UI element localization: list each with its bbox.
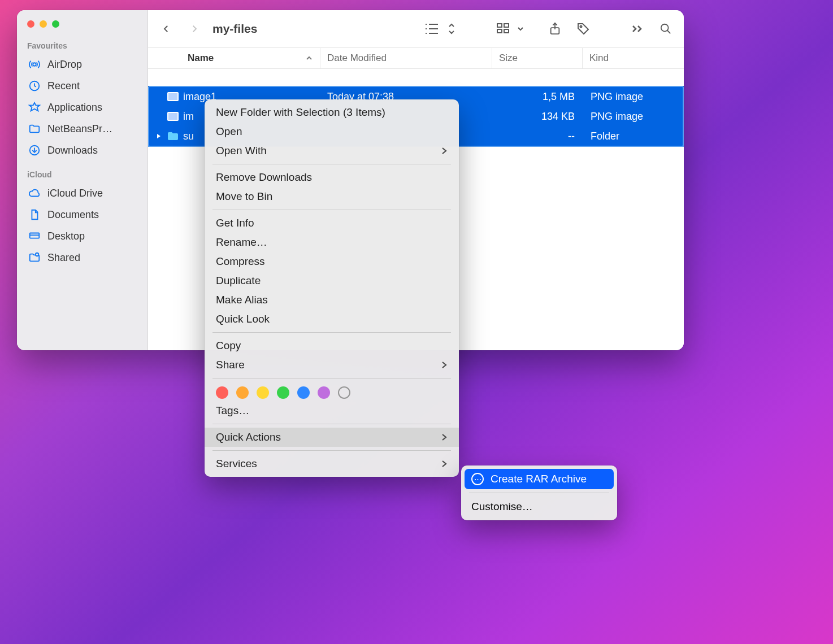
view-mode-control[interactable] bbox=[424, 21, 455, 36]
chevron-right-icon bbox=[441, 433, 448, 442]
context-menu-label: Rename… bbox=[216, 236, 267, 249]
submenu-item-label: Customise… bbox=[471, 501, 533, 513]
window-title: my-files bbox=[212, 22, 257, 36]
context-menu-item[interactable]: New Folder with Selection (3 Items) bbox=[205, 103, 459, 122]
sidebar-item-label: iCloud Drive bbox=[47, 188, 103, 199]
svg-rect-7 bbox=[497, 29, 502, 33]
tag-color-dot[interactable] bbox=[236, 386, 249, 399]
more-button[interactable] bbox=[625, 16, 650, 41]
workflow-icon: ⋯ bbox=[471, 473, 484, 485]
quick-action-create-rar[interactable]: ⋯ Create RAR Archive bbox=[465, 469, 614, 489]
context-menu-item[interactable]: Open bbox=[205, 122, 459, 141]
sidebar-item-airdrop[interactable]: AirDrop bbox=[24, 54, 142, 75]
sidebar-item-downloads[interactable]: Downloads bbox=[24, 140, 142, 161]
sidebar-item-applications[interactable]: Applications bbox=[24, 97, 142, 118]
forward-button[interactable] bbox=[182, 16, 207, 41]
context-menu-item[interactable]: Quick Look bbox=[205, 310, 459, 329]
file-size: 134 KB bbox=[492, 111, 583, 123]
sidebar-item-label: Shared bbox=[47, 252, 80, 264]
tag-color-dot[interactable] bbox=[318, 386, 330, 399]
menu-separator bbox=[212, 164, 451, 164]
sidebar-item-label: NetBeansPr… bbox=[47, 123, 112, 135]
context-menu-item[interactable]: Share bbox=[205, 355, 459, 375]
svg-rect-13 bbox=[168, 93, 177, 100]
image-file-icon bbox=[167, 92, 179, 101]
share-button[interactable] bbox=[543, 16, 567, 41]
sidebar-item-label: Documents bbox=[47, 209, 99, 221]
file-kind: PNG image bbox=[583, 91, 684, 103]
column-header-size[interactable]: Size bbox=[492, 48, 583, 68]
context-menu-item[interactable]: Quick Actions bbox=[205, 428, 459, 447]
chevron-right-icon bbox=[441, 360, 448, 369]
context-menu-item[interactable]: Open With bbox=[205, 141, 459, 160]
file-name: su bbox=[183, 130, 194, 142]
quick-actions-submenu[interactable]: ⋯ Create RAR Archive Customise… bbox=[461, 465, 617, 520]
sidebar-item-label: AirDrop bbox=[47, 59, 82, 71]
svg-point-10 bbox=[580, 26, 582, 28]
context-menu-item[interactable]: Rename… bbox=[205, 233, 459, 252]
minimize-window-button[interactable] bbox=[40, 20, 47, 28]
context-menu-item[interactable]: Copy bbox=[205, 336, 459, 355]
image-file-icon bbox=[167, 112, 179, 121]
file-kind: PNG image bbox=[583, 111, 684, 123]
sidebar-item-icloud-drive[interactable]: iCloud Drive bbox=[24, 182, 142, 204]
context-menu-item[interactable]: Tags… bbox=[205, 401, 459, 420]
sidebar: Favourites AirDrop Recent Applications N… bbox=[17, 10, 148, 350]
applications-icon bbox=[28, 101, 41, 114]
svg-rect-5 bbox=[497, 24, 502, 27]
tag-color-dot[interactable] bbox=[277, 386, 289, 399]
column-header-name[interactable]: Name bbox=[148, 48, 320, 68]
close-window-button[interactable] bbox=[27, 20, 34, 28]
column-header-label: Date Modified bbox=[327, 53, 387, 64]
tag-color-dot[interactable] bbox=[257, 386, 269, 399]
context-menu-item[interactable]: Compress bbox=[205, 252, 459, 271]
download-icon bbox=[28, 144, 41, 156]
context-menu-item[interactable]: Get Info bbox=[205, 214, 459, 233]
svg-rect-8 bbox=[504, 29, 509, 33]
file-size: 1,5 MB bbox=[492, 91, 583, 103]
sidebar-section-label: Favourites bbox=[24, 38, 142, 54]
zoom-window-button[interactable] bbox=[52, 20, 59, 28]
window-controls bbox=[24, 18, 142, 38]
tag-button[interactable] bbox=[571, 16, 596, 41]
context-menu-label: Remove Downloads bbox=[216, 171, 312, 184]
sidebar-item-label: Recent bbox=[47, 80, 80, 92]
sidebar-item-netbeans[interactable]: NetBeansPr… bbox=[24, 118, 142, 140]
context-menu-item[interactable]: Duplicate bbox=[205, 271, 459, 290]
column-header-date-modified[interactable]: Date Modified bbox=[320, 48, 492, 68]
sidebar-section-label: iCloud bbox=[24, 167, 142, 182]
document-icon bbox=[28, 208, 41, 221]
sidebar-item-desktop[interactable]: Desktop bbox=[24, 225, 142, 247]
svg-point-4 bbox=[36, 253, 39, 256]
context-menu-label: Copy bbox=[216, 340, 241, 352]
toolbar: my-files bbox=[148, 10, 684, 47]
context-menu-item[interactable]: Services bbox=[205, 454, 459, 473]
sidebar-item-recent[interactable]: Recent bbox=[24, 75, 142, 97]
tag-color-dot[interactable] bbox=[297, 386, 310, 399]
tag-color-dot[interactable] bbox=[216, 386, 228, 399]
disclosure-triangle-icon[interactable] bbox=[155, 133, 163, 139]
tag-color-none[interactable] bbox=[338, 386, 350, 399]
context-menu-label: Quick Actions bbox=[216, 431, 281, 443]
sidebar-item-shared[interactable]: Shared bbox=[24, 247, 142, 268]
desktop-icon bbox=[28, 230, 41, 242]
search-button[interactable] bbox=[653, 16, 678, 41]
column-header-kind[interactable]: Kind bbox=[583, 48, 684, 68]
sidebar-item-documents[interactable]: Documents bbox=[24, 204, 142, 225]
menu-separator bbox=[469, 493, 609, 493]
sidebar-item-label: Desktop bbox=[47, 230, 85, 242]
quick-action-customise[interactable]: Customise… bbox=[465, 497, 614, 517]
sidebar-item-label: Downloads bbox=[47, 145, 98, 156]
context-menu-item[interactable]: Remove Downloads bbox=[205, 168, 459, 187]
back-button[interactable] bbox=[154, 16, 179, 41]
context-menu[interactable]: New Folder with Selection (3 Items)OpenO… bbox=[205, 99, 459, 477]
folder-icon bbox=[167, 132, 179, 141]
context-menu-item[interactable]: Move to Bin bbox=[205, 187, 459, 206]
menu-separator bbox=[212, 378, 451, 378]
group-by-control[interactable] bbox=[496, 21, 524, 36]
file-name: im bbox=[183, 111, 194, 123]
context-menu-item[interactable]: Make Alias bbox=[205, 290, 459, 310]
context-menu-label: Open With bbox=[216, 145, 267, 157]
chevron-right-icon bbox=[441, 459, 448, 468]
column-header-label: Kind bbox=[589, 53, 609, 64]
